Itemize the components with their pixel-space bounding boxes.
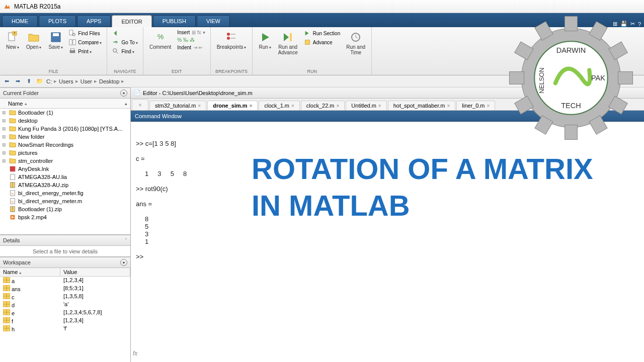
workspace-row[interactable]: e[1,2,3,4;5,6,7,8]: [0, 309, 130, 317]
indent-button[interactable]: Indent ⇥ ⇤: [176, 44, 206, 51]
file-icon: [9, 173, 16, 180]
file-item[interactable]: fxbi_direct_energy_meter.fig: [0, 189, 130, 197]
run-advance-button[interactable]: Run and Advance: [276, 29, 300, 68]
run-time-button[interactable]: Run and Time: [344, 29, 367, 68]
workspace-row[interactable]: h'f': [0, 325, 130, 333]
details-header: Details ˄: [0, 235, 130, 246]
file-list[interactable]: ⊞Bootloader (1)⊞desktop⊞Kung Fu Panda 3 …: [0, 109, 130, 234]
find-files-button[interactable]: Find Files: [68, 29, 103, 37]
insert-button[interactable]: Insert ⊞ fx ▾: [176, 29, 206, 36]
file-icon: [9, 214, 16, 221]
svg-rect-58: [618, 72, 632, 84]
file-icon: [9, 133, 16, 140]
comment-ops-button[interactable]: % ‰ ⁂: [176, 37, 206, 43]
print-icon: [69, 48, 76, 55]
run-button[interactable]: Run: [257, 29, 273, 68]
svg-rect-4: [53, 33, 59, 36]
file-icon: [9, 149, 16, 156]
file-item[interactable]: ⊞Kung Fu Panda 3 (2016) [1080p] [YTS.A..…: [0, 125, 130, 133]
close-tab-icon[interactable]: ×: [447, 103, 450, 109]
goto-button[interactable]: Go To: [111, 38, 139, 46]
tab-apps[interactable]: APPS: [77, 15, 111, 27]
find-icon: [112, 48, 119, 55]
tab-editor[interactable]: EDITOR: [112, 15, 151, 27]
tab-view[interactable]: VIEW: [197, 15, 230, 27]
svg-text:DARWIN: DARWIN: [556, 46, 586, 54]
file-icon: [9, 117, 16, 124]
editor-tab[interactable]: drone_sim.m ×: [207, 101, 258, 110]
tab-plots[interactable]: PLOTS: [39, 15, 76, 27]
file-item[interactable]: ATMEGA328-AU.lia: [0, 173, 130, 181]
file-item[interactable]: ⊞desktop: [0, 117, 130, 125]
editor-tab[interactable]: clock_1.m ×: [259, 101, 299, 110]
overlay-title: ROTATION OF A MATRIX IN MATLAB: [252, 151, 593, 224]
svg-text:fx: fx: [12, 192, 14, 195]
file-item[interactable]: ⊞NowSmart Recordings: [0, 141, 130, 149]
close-tab-icon[interactable]: ×: [198, 103, 201, 109]
comment-button[interactable]: % Comment: [147, 29, 173, 68]
run-section-button[interactable]: Run Section: [303, 29, 341, 37]
editor-tab[interactable]: clock_22.m ×: [301, 101, 345, 110]
editor-tab[interactable]: Untitled.m ×: [346, 101, 386, 110]
nav-up[interactable]: ⬆: [24, 77, 33, 86]
close-tab-icon[interactable]: ×: [336, 103, 339, 109]
workspace-row[interactable]: ans[8;5;3;1]: [0, 285, 130, 293]
editor-tab[interactable]: hot_spot_matlaber.m ×: [388, 101, 456, 110]
folder-icon[interactable]: 📁: [35, 77, 44, 86]
scroll-up-icon[interactable]: ▴: [125, 101, 127, 106]
folder-column-header[interactable]: Name ▴ ▴: [0, 99, 130, 109]
svg-point-11: [113, 49, 117, 52]
find-button[interactable]: Find: [111, 47, 139, 55]
nav-back[interactable]: ⬅: [2, 77, 11, 86]
svg-rect-64: [509, 72, 524, 84]
workspace-row[interactable]: c[1,3,5,8]: [0, 293, 130, 301]
workspace-header: Workspace ▾: [0, 257, 130, 268]
arrow-left-icon: [112, 30, 119, 37]
breakpoints-button[interactable]: Breakpoints: [215, 29, 249, 68]
workspace-columns[interactable]: Name ▴ Value: [0, 268, 130, 277]
workspace-menu-icon[interactable]: ▾: [120, 259, 127, 266]
svg-line-22: [356, 37, 358, 38]
close-tab-icon[interactable]: ×: [291, 103, 294, 109]
workspace-row[interactable]: a[1,2,3,4]: [0, 277, 130, 285]
matlab-logo-icon: [3, 3, 11, 11]
ribbon-file-group: + New Open Save Find Files Compare Print…: [0, 27, 107, 75]
nav-fwd[interactable]: ➡: [13, 77, 22, 86]
print-button[interactable]: Print: [68, 47, 103, 55]
editor-tab-add[interactable]: ＋: [132, 99, 148, 110]
file-icon: [9, 182, 16, 189]
file-item[interactable]: fxbi_direct_energy_meter.m: [0, 197, 130, 205]
file-item[interactable]: ⊞Bootloader (1): [0, 109, 130, 117]
editor-tab[interactable]: stm32_tutorial.m ×: [149, 101, 206, 110]
advance-button[interactable]: Advance: [303, 38, 341, 46]
file-item[interactable]: Bootloader (1).zip: [0, 205, 130, 213]
file-item[interactable]: ATMEGA328-AU.zip: [0, 181, 130, 189]
new-button[interactable]: + New: [4, 29, 21, 68]
close-tab-icon[interactable]: ×: [378, 103, 381, 109]
svg-rect-61: [565, 125, 578, 139]
editor-doc-icon: 📄: [134, 89, 141, 96]
close-tab-icon[interactable]: ×: [250, 103, 253, 109]
workspace-row[interactable]: d'a': [0, 301, 130, 309]
file-item[interactable]: ⊞New folder: [0, 133, 130, 141]
save-button[interactable]: Save: [46, 29, 65, 68]
run-advance-icon: [282, 31, 294, 43]
file-item[interactable]: ⊞stm_controller: [0, 157, 130, 165]
panel-menu-icon[interactable]: ▾: [120, 89, 127, 97]
open-button[interactable]: Open: [24, 29, 43, 68]
file-icon: [9, 206, 16, 213]
nav-back-button[interactable]: [111, 29, 139, 37]
file-icon: [9, 165, 16, 172]
save-icon: [50, 31, 62, 43]
compare-button[interactable]: Compare: [68, 38, 103, 46]
file-item[interactable]: bpsk 2.mp4: [0, 213, 130, 221]
tab-home[interactable]: HOME: [2, 15, 38, 27]
file-item[interactable]: ⊞pictures: [0, 149, 130, 157]
breadcrumb[interactable]: C:▸ Users▸ User▸ Desktop▸: [46, 78, 124, 84]
workspace-row[interactable]: f[1,2,3,4]: [0, 317, 130, 325]
close-tab-icon[interactable]: ×: [487, 103, 490, 109]
current-folder-panel: Name ▴ ▴ ⊞Bootloader (1)⊞desktop⊞Kung Fu…: [0, 99, 130, 234]
editor-tab[interactable]: liner_0.m ×: [456, 101, 495, 110]
file-item[interactable]: AnyDesk.lnk: [0, 165, 130, 173]
tab-publish[interactable]: PUBLISH: [153, 15, 196, 27]
